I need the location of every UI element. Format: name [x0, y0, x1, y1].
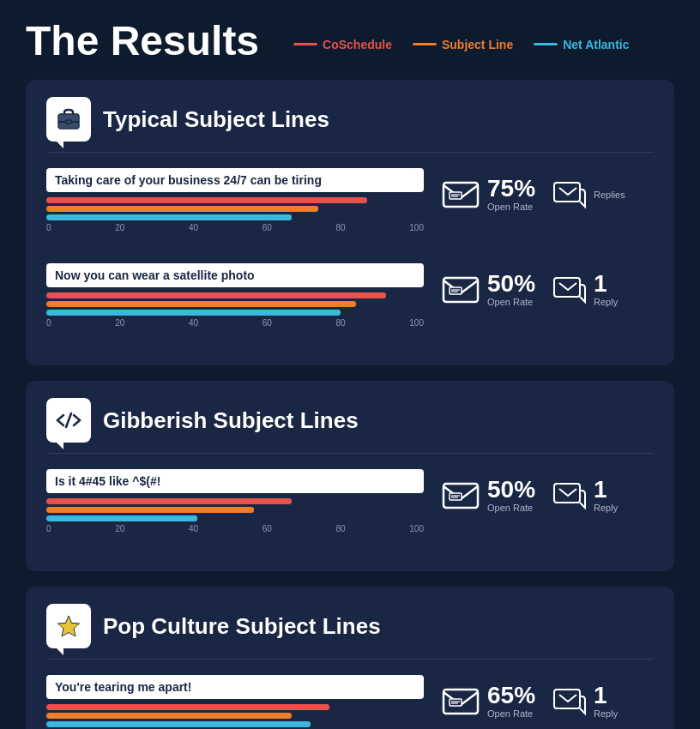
reply-label: Reply [594, 502, 618, 514]
reply-value: 1 [594, 684, 618, 708]
axis-label: 80 [336, 318, 346, 328]
open-rate-label: Open Rate [487, 502, 535, 514]
metrics-right-side: 50%Open Rate 1Reply [441, 476, 618, 515]
legend-item-atlantic: Net Atlantic [534, 38, 629, 51]
axis-label: 80 [336, 524, 346, 533]
open-rate-label: Open Rate [487, 296, 535, 308]
bar-fill-coschedule [46, 292, 386, 298]
reply-block: Replies [552, 178, 625, 212]
bar-atlantic [46, 515, 424, 521]
card-title-gibberish: Gibberish Subject Lines [103, 407, 359, 434]
svg-line-14 [66, 413, 71, 427]
open-rate-text: 50%Open Rate [487, 272, 535, 308]
reply-label: Reply [594, 296, 618, 308]
bar-fill-coschedule [46, 704, 329, 710]
axis-label: 20 [115, 318, 124, 328]
card-header-popculture: Pop Culture Subject Lines [46, 604, 654, 660]
bar-coschedule [46, 197, 424, 203]
star-icon [46, 604, 91, 648]
bar-coschedule [46, 292, 424, 298]
subject-label: You're tearing me apart! [46, 675, 424, 699]
axis-label: 40 [189, 223, 198, 232]
legend-line-subject [413, 43, 437, 45]
subject-row-0-0: Taking care of your business 24/7 can be… [46, 168, 654, 250]
open-rate-value: 65% [487, 684, 535, 708]
cards-container: Typical Subject LinesTaking care of your… [26, 80, 674, 729]
axis-label: 60 [262, 524, 272, 533]
card-header-gibberish: Gibberish Subject Lines [46, 398, 654, 454]
open-rate-block: 65%Open Rate [441, 682, 535, 721]
bar-atlantic [46, 310, 424, 316]
card-title-popculture: Pop Culture Subject Lines [103, 613, 381, 640]
axis-labels: 020406080100 [46, 524, 424, 533]
svg-rect-10 [450, 287, 462, 294]
subject-row-0-1: Now you can wear a satellite photo020406… [46, 263, 654, 345]
open-rate-value: 75% [487, 177, 535, 201]
reply-text: Replies [594, 189, 625, 201]
open-rate-text: 50%Open Rate [487, 478, 535, 514]
bar-fill-subject [46, 713, 292, 719]
subject-row-1-0: Is it 4#45 like ^$(#!020406080100 50%Ope… [46, 469, 654, 551]
bar-fill-atlantic [46, 310, 341, 316]
card-gibberish: Gibberish Subject LinesIs it 4#45 like ^… [26, 381, 674, 571]
open-rate-block: 50%Open Rate [441, 270, 535, 310]
axis-label: 20 [115, 223, 124, 232]
svg-rect-13 [554, 278, 580, 297]
card-typical: Typical Subject LinesTaking care of your… [26, 80, 674, 365]
legend-label-subject: Subject Line [442, 38, 513, 51]
axis-label: 0 [46, 318, 51, 328]
open-rate-label: Open Rate [487, 708, 535, 720]
axis-label: 60 [262, 318, 272, 328]
metrics-right-side: 50%Open Rate 1Reply [441, 270, 618, 310]
axis-label: 40 [189, 318, 198, 328]
svg-rect-19 [554, 484, 580, 503]
open-rate-text: 65%Open Rate [487, 684, 535, 720]
legend-line-atlantic [534, 43, 558, 45]
svg-marker-21 [58, 617, 79, 636]
legend-item-coschedule: CoSchedule [293, 38, 392, 51]
page-title: The Results [26, 17, 259, 64]
legend-label-atlantic: Net Atlantic [563, 38, 629, 51]
bar-fill-atlantic [46, 214, 292, 220]
bar-coschedule [46, 704, 424, 710]
reply-block: 1Reply [552, 478, 618, 514]
card-header-typical: Typical Subject Lines [46, 97, 654, 153]
reply-text: 1Reply [594, 478, 618, 514]
metrics-right-side: 65%Open Rate 1Reply [441, 682, 618, 721]
subject-left-side: Now you can wear a satellite photo020406… [46, 263, 441, 345]
bar-chart: 020406080100 [46, 292, 424, 345]
bar-chart: 020406080100 [46, 704, 424, 729]
svg-rect-8 [554, 183, 580, 202]
subject-label: Is it 4#45 like ^$(#! [46, 469, 424, 493]
reply-value: 1 [594, 478, 618, 502]
legend-line-coschedule [293, 43, 317, 45]
svg-rect-16 [450, 493, 462, 500]
bar-fill-coschedule [46, 197, 367, 203]
bar-subject [46, 301, 424, 307]
subject-label: Now you can wear a satellite photo [46, 263, 424, 287]
axis-label: 60 [262, 223, 272, 232]
subject-left-side: You're tearing me apart!020406080100 [46, 675, 441, 729]
bars [46, 704, 424, 727]
axis-label: 20 [115, 524, 124, 533]
bar-subject [46, 206, 424, 212]
bar-atlantic [46, 721, 424, 727]
subject-left-side: Taking care of your business 24/7 can be… [46, 168, 441, 250]
bar-coschedule [46, 498, 424, 504]
svg-rect-5 [450, 192, 462, 199]
reply-block: 1Reply [552, 684, 618, 720]
subject-left-side: Is it 4#45 like ^$(#!020406080100 [46, 469, 441, 551]
open-rate-block: 50%Open Rate [441, 476, 535, 515]
open-rate-block: 75%Open Rate [441, 175, 535, 214]
axis-label: 100 [409, 318, 424, 328]
reply-value: 1 [594, 272, 618, 296]
open-rate-value: 50% [487, 272, 535, 296]
legend: CoSchedule Subject Line Net Atlantic [293, 38, 629, 51]
subject-label: Taking care of your business 24/7 can be… [46, 168, 424, 192]
reply-label: Replies [594, 189, 625, 201]
axis-label: 0 [46, 223, 51, 232]
open-rate-label: Open Rate [487, 201, 535, 213]
axis-label: 0 [46, 524, 51, 533]
subject-row-2-0: You're tearing me apart!020406080100 65%… [46, 675, 654, 729]
briefcase-icon [46, 97, 91, 142]
